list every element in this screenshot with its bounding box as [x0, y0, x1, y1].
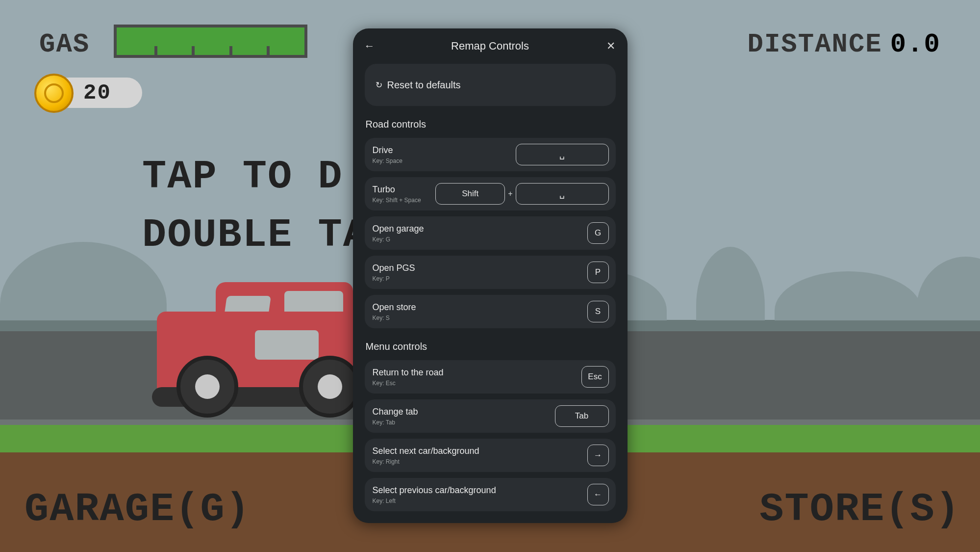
row-sub: Key: G [373, 236, 424, 243]
key-label: Esc [588, 372, 602, 382]
gas-fill [117, 27, 304, 55]
garage-button[interactable]: Garage(G) [25, 487, 251, 532]
row-title: Drive [373, 145, 402, 156]
row-title: Open garage [373, 224, 424, 234]
arrow-right-icon: → [594, 450, 602, 460]
row-sub: Key: Esc [373, 380, 444, 387]
row-title: Change tab [373, 407, 418, 417]
key-binding[interactable]: → [587, 445, 609, 466]
arrow-left-icon: ← [594, 490, 602, 499]
key-label: G [595, 228, 601, 238]
key-binding[interactable]: Tab [555, 405, 609, 427]
row-sub: Key: S [373, 315, 416, 321]
key-binding[interactable]: ← [587, 484, 609, 505]
key-label: P [595, 267, 601, 277]
row-title: Turbo [373, 184, 421, 195]
distance-label: Distance [748, 29, 882, 59]
plus-separator: + [508, 189, 512, 198]
key-binding[interactable]: P [587, 262, 609, 283]
back-button[interactable]: ← [362, 38, 377, 54]
key-label: S [595, 307, 601, 316]
row-sub: Key: Shift + Space [373, 197, 421, 204]
reset-defaults-button[interactable]: ↻ Reset to defaults [365, 64, 616, 106]
row-title: Select previous car/background [373, 485, 496, 496]
row-title: Return to the road [373, 368, 444, 378]
key-binding[interactable]: G [587, 222, 609, 244]
key-binding[interactable]: ␣ [516, 183, 609, 205]
row-return-road[interactable]: Return to the road Key: Esc Esc [365, 360, 616, 394]
key-label: Shift [462, 189, 478, 199]
close-button[interactable]: ✕ [603, 38, 619, 54]
key-binding[interactable]: Shift [435, 183, 505, 205]
row-title: Open PGS [373, 263, 415, 273]
row-sub: Key: Tab [373, 419, 418, 426]
row-title: Open store [373, 302, 416, 313]
remap-controls-modal: ← Remap Controls ✕ ↻ Reset to defaults R… [353, 28, 628, 523]
modal-title: Remap Controls [451, 40, 529, 53]
row-select-next[interactable]: Select next car/background Key: Right → [365, 439, 616, 472]
car-wheel [176, 356, 238, 418]
row-change-tab[interactable]: Change tab Key: Tab Tab [365, 399, 616, 433]
coin-count: 20 [83, 80, 111, 105]
car-wheel [299, 356, 361, 418]
section-menu-controls: Menu controls [365, 334, 616, 354]
row-select-prev[interactable]: Select previous car/background Key: Left… [365, 478, 616, 511]
row-title: Select next car/background [373, 446, 479, 456]
refresh-icon: ↻ [376, 80, 382, 90]
gas-label: Gas [39, 29, 90, 59]
modal-header: ← Remap Controls ✕ [353, 28, 628, 64]
close-icon: ✕ [606, 40, 615, 53]
key-binding[interactable]: ␣ [516, 144, 609, 165]
section-road-controls: Road controls [365, 112, 616, 132]
key-label: Tab [575, 411, 588, 421]
row-open-garage[interactable]: Open garage Key: G G [365, 216, 616, 250]
space-icon: ␣ [559, 150, 565, 160]
modal-body: ↻ Reset to defaults Road controls Drive … [353, 64, 628, 523]
row-sub: Key: Right [373, 458, 479, 465]
key-binding[interactable]: Esc [581, 366, 609, 388]
space-icon: ␣ [559, 189, 565, 199]
row-sub: Key: Left [373, 498, 496, 504]
reset-label: Reset to defaults [387, 79, 461, 91]
row-open-pgs[interactable]: Open PGS Key: P P [365, 256, 616, 289]
arrow-left-icon: ← [364, 40, 375, 53]
row-open-store[interactable]: Open store Key: S S [365, 295, 616, 328]
row-drive[interactable]: Drive Key: Space ␣ [365, 138, 616, 171]
distance-value: 0.0 [890, 29, 941, 59]
key-binding[interactable]: S [587, 301, 609, 322]
row-sub: Key: P [373, 275, 415, 282]
row-sub: Key: Space [373, 158, 402, 164]
gas-meter [114, 25, 307, 58]
distance-display: Distance 0.0 [748, 29, 941, 59]
row-turbo[interactable]: Turbo Key: Shift + Space Shift + ␣ [365, 177, 616, 210]
coin-icon [34, 74, 74, 113]
store-button[interactable]: Store(S) [759, 487, 960, 532]
